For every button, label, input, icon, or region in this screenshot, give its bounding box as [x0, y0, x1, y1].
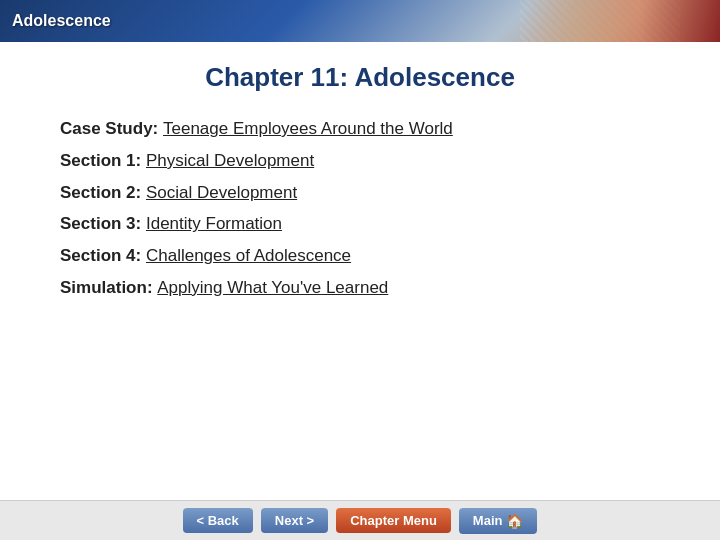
next-button[interactable]: Next >	[261, 508, 328, 533]
home-icon: 🏠	[506, 513, 523, 529]
main-button[interactable]: Main 🏠	[459, 508, 538, 534]
case-study-item: Case Study: Teenage Employees Around the…	[60, 117, 660, 141]
back-button[interactable]: < Back	[183, 508, 253, 533]
nav-bar: < Back Next > Chapter Menu Main 🏠	[0, 500, 720, 540]
section-2-link[interactable]: Social Development	[146, 183, 297, 202]
simulation-prefix: Simulation:	[60, 278, 157, 297]
section-2-prefix: Section 2:	[60, 183, 146, 202]
section-1-prefix: Section 1:	[60, 151, 146, 170]
case-study-link[interactable]: Teenage Employees Around the World	[163, 119, 453, 138]
section-2-item: Section 2: Social Development	[60, 181, 660, 205]
chapter-title: Chapter 11: Adolescence	[205, 62, 515, 93]
menu-items: Case Study: Teenage Employees Around the…	[60, 117, 660, 300]
header-bar: Adolescence	[0, 0, 720, 42]
section-3-item: Section 3: Identity Formation	[60, 212, 660, 236]
simulation-link[interactable]: Applying What You've Learned	[157, 278, 388, 297]
section-4-item: Section 4: Challenges of Adolescence	[60, 244, 660, 268]
case-study-prefix: Case Study:	[60, 119, 163, 138]
chapter-menu-button[interactable]: Chapter Menu	[336, 508, 451, 533]
section-4-prefix: Section 4:	[60, 246, 146, 265]
simulation-item: Simulation: Applying What You've Learned	[60, 276, 660, 300]
section-3-link[interactable]: Identity Formation	[146, 214, 282, 233]
section-3-prefix: Section 3:	[60, 214, 146, 233]
header-pattern	[520, 0, 680, 42]
section-1-link[interactable]: Physical Development	[146, 151, 314, 170]
main-button-label: Main	[473, 513, 503, 528]
section-1-item: Section 1: Physical Development	[60, 149, 660, 173]
main-content: Chapter 11: Adolescence Case Study: Teen…	[0, 42, 720, 500]
section-4-link[interactable]: Challenges of Adolescence	[146, 246, 351, 265]
header-title: Adolescence	[12, 12, 111, 30]
